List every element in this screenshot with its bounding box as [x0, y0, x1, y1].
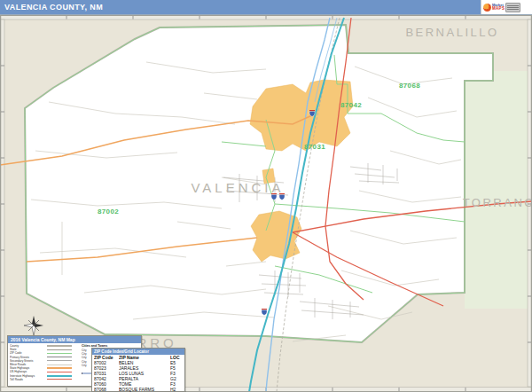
page-title: VALENCIA COUNTY, NM — [4, 3, 103, 12]
county-line-sample — [47, 345, 72, 347]
county-map: BERNALILLO TORRANCE SOCORRO VALENCIA 870… — [0, 0, 532, 392]
us-hwy-line-sample — [47, 372, 72, 373]
logo-wordmark: Market MAPS — [492, 4, 505, 11]
zip-label-87031: 87031 — [304, 143, 325, 151]
logo-card-icon — [505, 3, 520, 12]
marketmaps-logo: Market MAPS — [481, 0, 532, 14]
minor-line-sample — [47, 365, 72, 365]
interstate-shield-icon — [262, 309, 267, 315]
county-label-bernalillo: BERNALILLO — [405, 26, 498, 39]
zip-label-87068: 87068 — [399, 82, 420, 90]
county-label-torrance: TORRANCE — [463, 196, 532, 209]
toll-line-sample — [47, 379, 72, 380]
zip-table-row: 87068BOSQUE FARMSH2 — [92, 387, 184, 392]
zip-label-87042: 87042 — [340, 101, 362, 109]
zip-line-sample — [47, 353, 72, 355]
secondary-line-sample — [47, 360, 72, 361]
logo-burst-icon — [483, 4, 491, 12]
torrance-county-area — [465, 71, 532, 309]
interstate-line-sample — [47, 375, 72, 377]
title-bar: VALENCIA COUNTY, NM Market MAPS — [0, 0, 532, 15]
city-area-los-lunas — [250, 80, 353, 151]
interstate-shield-icon — [309, 110, 315, 116]
county-label-valencia: VALENCIA — [191, 180, 284, 195]
legend-symbols-column: County State ZIP Code Primary Streets Se… — [10, 344, 79, 381]
zip-code-index: ZIP Code Index/Grid Locator ZIP Code ZIP… — [91, 348, 185, 392]
zip-index-title: ZIP Code Index/Grid Locator — [92, 349, 184, 355]
state-hwy-line-sample — [47, 367, 72, 369]
primary-line-sample — [47, 357, 72, 357]
legend-title: 2016 Valencia County, NM Map — [8, 336, 141, 343]
zip-label-87002: 87002 — [98, 208, 119, 216]
state-line-sample — [47, 349, 72, 351]
legend-item: Toll Roads — [10, 378, 79, 381]
